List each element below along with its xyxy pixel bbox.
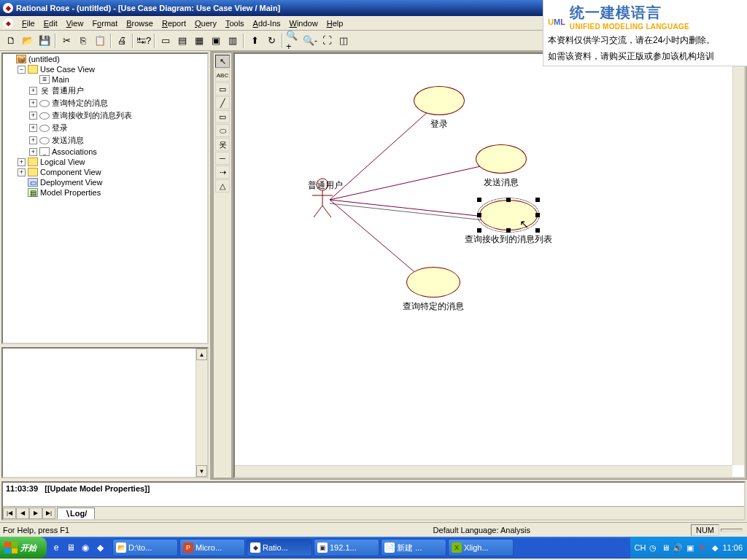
tree-component[interactable]: Component View	[40, 168, 101, 176]
save-button[interactable]: 💾	[36, 33, 53, 49]
usecase-login[interactable]: 登录	[414, 86, 465, 131]
zoom-out-button[interactable]: 🔍-	[302, 33, 318, 49]
task-button[interactable]: XXligh...	[448, 539, 514, 556]
tree-modelprops[interactable]: Model Properties	[40, 188, 101, 197]
tree-logical[interactable]: Logical View	[40, 158, 85, 166]
fit-button[interactable]: ⛶	[319, 33, 335, 49]
task-button[interactable]: PMicro...	[179, 539, 245, 556]
expand-icon[interactable]: +	[29, 87, 37, 95]
expand-icon[interactable]: +	[29, 124, 37, 132]
browse-state-button[interactable]: ▣	[208, 33, 224, 49]
menu-tools[interactable]: Tools	[221, 18, 249, 29]
tree-usecaseview[interactable]: Use Case View	[40, 65, 95, 74]
log-first-button[interactable]: |◀	[3, 508, 16, 519]
parent-button[interactable]: ⬆	[247, 33, 263, 49]
association-tool[interactable]: ─	[215, 152, 230, 165]
scrollbar-vertical[interactable]: ▲ ▼	[196, 349, 207, 477]
paste-button[interactable]: 📋	[92, 33, 108, 49]
undo-fit-button[interactable]: ◫	[336, 33, 352, 49]
usecase-tool[interactable]: ⬭	[215, 124, 230, 137]
tree-item-actor[interactable]: 普通用户	[52, 85, 84, 96]
tree-root[interactable]: (untitled)	[28, 55, 60, 63]
new-button[interactable]: 🗋	[3, 33, 19, 49]
print-button[interactable]: 🖨	[114, 33, 130, 49]
tray-icon[interactable]: ◆	[710, 542, 720, 553]
task-button[interactable]: 📂D:\to...	[112, 539, 178, 556]
browse-class-button[interactable]: ▭	[158, 33, 174, 49]
canvas-scroll-vertical[interactable]	[732, 54, 744, 465]
menu-browse[interactable]: Browse	[122, 18, 158, 29]
help-context-button[interactable]: ⭾?	[136, 33, 152, 49]
expand-icon[interactable]: +	[29, 148, 37, 156]
menu-addins[interactable]: Add-Ins	[249, 18, 285, 29]
browse-component-button[interactable]: ▦	[191, 33, 207, 49]
ql-ie-icon[interactable]: e	[50, 540, 63, 555]
usecase-query-msg[interactable]: 查询特定的消息	[406, 267, 477, 313]
menu-report[interactable]: Report	[158, 18, 190, 29]
note-tool[interactable]: ▭	[215, 82, 230, 96]
text-tool[interactable]: ABC	[215, 69, 230, 82]
task-button[interactable]: ▣192.1...	[314, 539, 379, 556]
tree-main[interactable]: Main	[52, 75, 69, 84]
browser-tree[interactable]: 📦(untitled) −Use Case View ☰Main +옷普通用户 …	[1, 52, 209, 344]
zoom-in-button[interactable]: 🔍+	[285, 33, 301, 49]
menu-file[interactable]: FFileile	[18, 18, 39, 29]
expand-icon[interactable]: +	[29, 136, 37, 144]
menu-window[interactable]: Window	[285, 18, 322, 29]
menu-query[interactable]: Query	[190, 18, 221, 29]
scroll-down-button[interactable]: ▼	[196, 465, 207, 477]
copy-button[interactable]: ⎘	[75, 33, 91, 49]
tree-item-uc[interactable]: 登录	[52, 122, 68, 133]
diagram-canvas[interactable]: 普通用户 登录 发送消息 查询接收到的消息列表 ↖	[233, 52, 746, 478]
documentation-panel[interactable]: ▲ ▼	[1, 347, 209, 478]
log-tab[interactable]: ∖Log/	[57, 508, 95, 519]
expand-icon[interactable]: +	[18, 158, 26, 166]
log-last-button[interactable]: ▶|	[42, 508, 55, 519]
task-button[interactable]: 📄新建 ...	[381, 539, 446, 556]
tray-icon[interactable]: 🖥	[660, 542, 670, 553]
browse-deploy-button[interactable]: ▥	[225, 33, 241, 49]
tray-icon[interactable]: K	[697, 542, 708, 553]
task-button[interactable]: ◆Ratio...	[247, 539, 312, 556]
browse-interaction-button[interactable]: ▤	[174, 33, 190, 49]
menu-edit[interactable]: Edit	[39, 18, 62, 29]
cut-button[interactable]: ✂	[58, 33, 74, 49]
anchor-tool[interactable]: ╱	[215, 96, 230, 109]
refresh-button[interactable]: ↻	[263, 33, 279, 49]
tree-item-assoc[interactable]: Associations	[52, 147, 97, 156]
ql-app-icon[interactable]: ◆	[93, 540, 107, 555]
generalization-tool[interactable]: △	[215, 179, 230, 192]
dependency-tool[interactable]: ⇢	[215, 166, 230, 179]
start-button[interactable]: 开始	[0, 537, 47, 559]
expand-icon[interactable]: −	[18, 66, 26, 74]
usecase-send[interactable]: 发送消息	[476, 144, 527, 189]
usecase-query-list[interactable]: 查询接收到的消息列表	[479, 200, 567, 246]
tray-icon[interactable]: ▣	[685, 542, 695, 553]
expand-icon[interactable]: +	[18, 168, 26, 176]
log-next-button[interactable]: ▶	[29, 508, 42, 519]
tree-item-uc[interactable]: 发送消息	[52, 135, 84, 146]
expand-icon[interactable]: +	[29, 112, 37, 120]
pointer-tool[interactable]: ↖	[215, 55, 230, 68]
lang-indicator[interactable]: CH	[635, 543, 646, 552]
tree-item-uc[interactable]: 查询特定的消息	[52, 98, 108, 109]
canvas-scroll-horizontal[interactable]	[235, 465, 732, 477]
package-tool[interactable]: ▭	[215, 110, 230, 123]
tray-icon[interactable]: 🔊	[673, 542, 683, 553]
window-title: Rational Rose - (untitled) - [Use Case D…	[16, 4, 280, 12]
menu-view[interactable]: View	[62, 18, 88, 29]
tree-deployment[interactable]: Deployment View	[40, 178, 102, 187]
tray-clock[interactable]: 11:06	[722, 543, 743, 552]
actor-tool[interactable]: 옷	[215, 138, 230, 151]
ql-app-icon[interactable]: ◉	[79, 540, 92, 555]
tray-icon[interactable]: ◷	[648, 542, 658, 553]
expand-icon[interactable]: +	[29, 99, 37, 107]
menu-help[interactable]: Help	[322, 18, 348, 29]
log-prev-button[interactable]: ◀	[16, 508, 29, 519]
ql-desktop-icon[interactable]: 🖥	[64, 540, 77, 555]
menu-format[interactable]: Format	[88, 18, 122, 29]
tree-item-uc[interactable]: 查询接收到的消息列表	[52, 110, 132, 121]
actor-figure[interactable]: 普通用户	[308, 178, 343, 192]
scroll-up-button[interactable]: ▲	[196, 349, 207, 360]
open-button[interactable]: 📂	[20, 33, 36, 49]
